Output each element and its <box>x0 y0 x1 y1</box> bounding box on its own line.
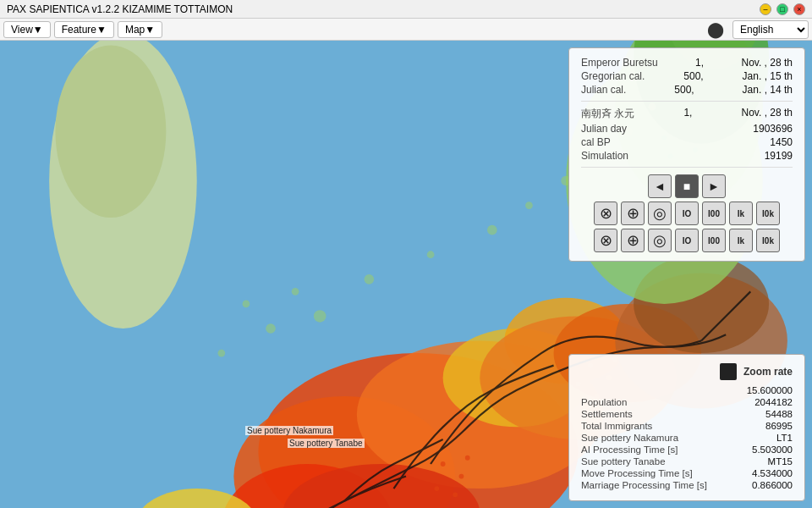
sue-nakamura-label: Sue pottery Nakamura <box>581 433 678 443</box>
nanchosei-col2: Nov. , 28 th <box>742 107 793 121</box>
simulation-row: Simulation 19199 <box>581 150 793 162</box>
gregorian-label: Gregorian cal. <box>581 70 645 82</box>
population-label: Population <box>581 397 627 407</box>
sue-pottery-tanabe-label: Sue pottery Tanabe <box>288 439 365 448</box>
svg-point-23 <box>292 288 299 295</box>
black-square-icon <box>720 363 737 380</box>
settlements-row: Settlements 54488 <box>581 409 793 419</box>
ctrl-row-1: ⊗ ⊕ ◎ IO I00 Ik I0k <box>594 202 780 225</box>
svg-point-28 <box>487 225 497 235</box>
map-area[interactable]: Sue pottery Nakamura Sue pottery Tanabe … <box>0 41 812 508</box>
nanchosei-row: 南朝斉 永元 1, Nov. , 28 th <box>581 107 793 121</box>
titlebar: PAX SAPIENTICA v1.2.2 KIZAMIME TOTTAIMON… <box>0 0 812 19</box>
map-menu[interactable]: Map▼ <box>118 21 162 38</box>
maximize-button[interactable]: □ <box>776 3 788 15</box>
svg-point-2 <box>55 45 166 218</box>
view-menu[interactable]: View▼ <box>3 21 51 38</box>
ctrl-target-btn-1[interactable]: ◎ <box>648 202 672 225</box>
emperor-col2: Nov. , 28 th <box>742 57 793 69</box>
stats-panel: Zoom rate 15.600000 Population 2044182 S… <box>568 354 805 501</box>
ctrl-i00-btn-2[interactable]: I00 <box>702 229 726 252</box>
immigrants-label: Total Immigrants <box>581 421 652 431</box>
nav-right-button[interactable]: ► <box>702 174 726 198</box>
marriage-processing-row: Marriage Processing Time [s] 0.866000 <box>581 480 793 490</box>
ctrl-x-btn-1[interactable]: ⊗ <box>594 202 617 225</box>
marriage-processing-label: Marriage Processing Time [s] <box>581 480 707 490</box>
controls-area: ◄ ■ ► ⊗ ⊕ ◎ IO I00 Ik I0k ⊗ ⊕ ◎ IO I00 I… <box>581 174 793 252</box>
cal-bp-label: cal BP <box>581 136 611 148</box>
svg-point-46 <box>459 474 464 479</box>
ctrl-target-btn-2[interactable]: ◎ <box>648 229 672 252</box>
svg-point-24 <box>217 350 225 357</box>
zoom-rate-label: Zoom rate <box>743 366 793 378</box>
ctrl-plus-btn-1[interactable]: ⊕ <box>621 202 645 225</box>
julian-cal-col1: 500, <box>674 84 694 96</box>
population-row: Population 2044182 <box>581 397 793 407</box>
move-processing-label: Move Processing Time [s] <box>581 468 693 478</box>
population-value: 2044182 <box>754 397 793 407</box>
window-controls: – □ × <box>760 3 805 15</box>
svg-point-22 <box>266 323 276 334</box>
cal-bp-value: 1450 <box>770 136 793 148</box>
emperor-buretsu-row: Emperor Buretsu 1, Nov. , 28 th <box>581 57 793 69</box>
emperor-col1: 1, <box>695 57 704 69</box>
settlements-value: 54488 <box>765 409 793 419</box>
sue-tanabe-row: Sue pottery Tanabe MT15 <box>581 456 793 467</box>
svg-point-26 <box>365 274 375 284</box>
move-processing-row: Move Processing Time [s] 4.534000 <box>581 468 793 478</box>
svg-point-25 <box>314 310 326 323</box>
julian-cal-row: Julian cal. 500, Jan. , 14 th <box>581 84 793 96</box>
marriage-processing-value: 0.866000 <box>752 480 793 490</box>
menubar: View▼ Feature▼ Map▼ ⬤ English 日本語 <box>0 19 812 41</box>
nanchosei-label: 南朝斉 永元 <box>581 107 634 121</box>
ctrl-x-btn-2[interactable]: ⊗ <box>594 229 617 252</box>
ctrl-ik-btn-2[interactable]: Ik <box>729 229 753 252</box>
zoom-rate-row: 15.600000 <box>581 385 793 395</box>
zoom-rate-value: 15.600000 <box>747 385 793 395</box>
gregorian-col2: Jan. , 15 th <box>743 70 793 82</box>
julian-day-row: Julian day 1903696 <box>581 123 793 135</box>
julian-cal-col2: Jan. , 14 th <box>743 84 793 96</box>
julian-day-label: Julian day <box>581 123 627 135</box>
settlements-label: Settlements <box>581 409 633 419</box>
svg-point-21 <box>243 301 250 308</box>
github-icon[interactable]: ⬤ <box>707 20 724 39</box>
ctrl-ik-btn-1[interactable]: Ik <box>729 202 753 225</box>
gregorian-col1: 500, <box>683 70 703 82</box>
ctrl-i0k-btn-1[interactable]: I0k <box>756 202 780 225</box>
nanchosei-col1: 1, <box>683 107 692 121</box>
ctrl-io-btn-2[interactable]: IO <box>675 229 699 252</box>
svg-point-45 <box>441 461 446 467</box>
sue-nakamura-row: Sue pottery Nakamura LT1 <box>581 433 793 443</box>
ctrl-io-btn-1[interactable]: IO <box>675 202 699 225</box>
sue-tanabe-label: Sue pottery Tanabe <box>581 456 666 467</box>
close-button[interactable]: × <box>793 3 805 15</box>
ctrl-i0k-btn-2[interactable]: I0k <box>756 229 780 252</box>
simulation-value: 19199 <box>765 150 793 162</box>
titlebar-title: PAX SAPIENTICA v1.2.2 KIZAMIME TOTTAIMON <box>7 3 233 15</box>
emperor-label: Emperor Buretsu <box>581 57 658 69</box>
julian-day-value: 1903696 <box>753 123 793 135</box>
move-processing-value: 4.534000 <box>752 468 793 478</box>
simulation-label: Simulation <box>581 150 628 162</box>
minimize-button[interactable]: – <box>760 3 771 15</box>
svg-point-29 <box>525 202 533 209</box>
svg-point-48 <box>453 492 458 497</box>
ctrl-plus-btn-2[interactable]: ⊕ <box>621 229 645 252</box>
svg-point-47 <box>434 486 439 491</box>
immigrants-row: Total Immigrants 86995 <box>581 421 793 431</box>
ctrl-row-2: ⊗ ⊕ ◎ IO I00 Ik I0k <box>594 229 780 252</box>
julian-cal-label: Julian cal. <box>581 84 626 96</box>
ai-processing-label: AI Processing Time [s] <box>581 444 678 455</box>
nav-left-button[interactable]: ◄ <box>648 174 672 198</box>
language-select[interactable]: English 日本語 <box>732 20 809 39</box>
nav-center-button[interactable]: ■ <box>675 174 699 198</box>
info-panel: Emperor Buretsu 1, Nov. , 28 th Gregoria… <box>568 47 805 262</box>
stats-header: Zoom rate <box>581 363 793 380</box>
svg-point-49 <box>465 456 470 461</box>
ai-processing-value: 5.503000 <box>752 444 793 455</box>
svg-point-27 <box>427 251 435 258</box>
ctrl-i00-btn-1[interactable]: I00 <box>702 202 726 225</box>
cal-bp-row: cal BP 1450 <box>581 136 793 148</box>
feature-menu[interactable]: Feature▼ <box>54 21 114 38</box>
